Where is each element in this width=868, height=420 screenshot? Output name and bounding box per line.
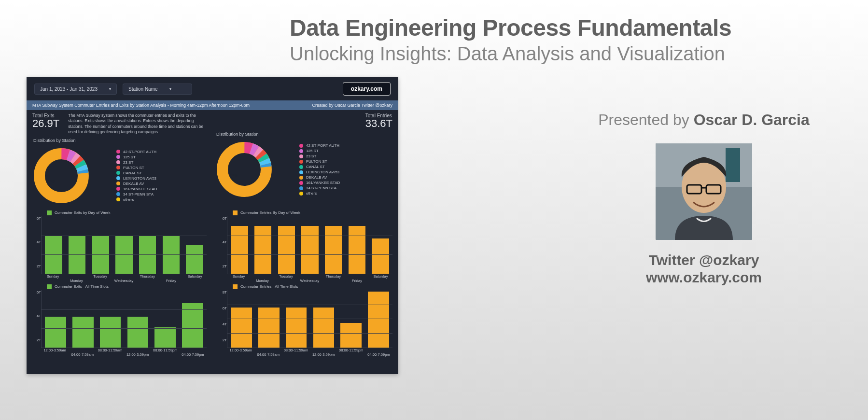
y-axis: 6T4T2T [32, 290, 41, 348]
legend-label: CANAL ST [306, 165, 325, 169]
x-tick: Friday [345, 279, 369, 283]
x-tick: 08:00-11:59pm [337, 348, 365, 352]
x-tick: 12:00-3:59pm [310, 352, 337, 357]
chart-entries-dow: Commuter Entries By Day of Week 6T4T2T S… [218, 210, 392, 279]
donut-center-label: 72% [46, 179, 55, 184]
bar [325, 226, 342, 274]
kpi-total-exits: Total Exits 26.9T [32, 113, 59, 129]
legend-item: 125 ST [299, 149, 340, 153]
legend-item: 34 ST-PENN STA [116, 192, 157, 196]
dashboard-panel: Jan 1, 2023 - Jan 31, 2023 ▾ Station Nam… [27, 77, 398, 374]
legend-label: 125 ST [306, 149, 319, 153]
legend-label: 125 ST [123, 155, 136, 159]
x-tick: Monday [65, 279, 88, 283]
x-tick: Thursday [136, 274, 159, 279]
banner-title: MTA Subway System Commuter Entries and E… [32, 103, 250, 108]
x-axis: SundayMondayTuesdayWednesdayThursdayFrid… [218, 274, 392, 279]
y-tick: 2T [223, 264, 227, 268]
bar [139, 236, 156, 274]
donut-chart-exits: 72% [32, 147, 90, 205]
x-tick: 04:00-7:59am [254, 352, 282, 357]
legend-item: DEKALB AV [299, 175, 340, 180]
legend-item: CANAL ST [116, 171, 157, 175]
chart-title: Commuter Exits by Day of Week [55, 210, 110, 215]
x-tick: Wednesday [298, 279, 322, 283]
presenter-photo [656, 143, 752, 240]
dashboard-body: Total Exits 26.9T The MTA Subway system … [27, 110, 398, 357]
bar [278, 226, 295, 274]
station-filter[interactable]: Station Name ▾ [123, 84, 192, 95]
legend-dot-icon [299, 149, 303, 153]
legend-exits: 42 ST-PORT AUTH125 ST23 STFULTON STCANAL… [97, 150, 157, 202]
banner-credit: Created by Oscar Garcia Twitter @ozkary [312, 103, 392, 108]
bar [45, 236, 62, 274]
legend-label: 161/YANKEE STAD [306, 181, 340, 185]
chart-exits-slot: Commuter Exits - All Time Slots 6T4T2T 1… [32, 283, 207, 352]
x-axis: 12:00-3:59am04:00-7:59am08:00-11:59am12:… [218, 348, 392, 352]
legend-swatch-icon [47, 210, 52, 215]
y-tick: 4T [37, 240, 41, 244]
plot-area [227, 290, 392, 348]
legend-label: DEKALB AV [306, 175, 327, 180]
x-tick: Sunday [41, 274, 65, 279]
y-tick: 6T [37, 290, 41, 294]
legend-label: LEXINGTON AV/53 [123, 176, 156, 181]
legend-dot-icon [299, 144, 303, 148]
donut-chart-entries: 72% [215, 140, 273, 198]
legend-item: 161/YANKEE STAD [299, 181, 340, 185]
legend-dot-icon [299, 170, 303, 174]
slide-title: Data Engineering Process Fundamentals [290, 14, 849, 41]
slide-titles: Data Engineering Process Fundamentals Un… [290, 14, 849, 65]
x-tick: 04:00-7:59pm [365, 352, 392, 357]
bar [115, 236, 133, 274]
bar [154, 327, 176, 348]
legend-label: LEXINGTON AV/53 [306, 170, 339, 174]
plot-area [41, 216, 207, 274]
legend-item: CANAL ST [299, 165, 340, 169]
x-tick: 04:00-7:59am [69, 352, 96, 357]
y-axis: 8T6T4T2T [218, 290, 227, 348]
bar [340, 323, 362, 348]
legend-label: 23 ST [306, 154, 316, 158]
chart-title: Commuter Entries - All Time Slots [240, 284, 298, 289]
brand-badge: ozkary.com [343, 82, 391, 96]
legend-swatch-icon [47, 284, 52, 289]
x-tick: Saturday [369, 274, 392, 279]
legend-dot-icon [299, 165, 303, 169]
bar [100, 317, 121, 348]
presenter-twitter: Twitter @ozkary [569, 252, 839, 268]
legend-dot-icon [116, 160, 120, 164]
bar [186, 245, 203, 274]
date-range-filter[interactable]: Jan 1, 2023 - Jan 31, 2023 ▾ [34, 84, 117, 95]
legend-dot-icon [299, 154, 303, 158]
x-tick: 08:00-11:59pm [152, 348, 179, 352]
station-filter-value: Station Name [128, 86, 158, 92]
x-tick: 12:00-3:59am [41, 348, 69, 352]
legend-label: others [306, 191, 317, 196]
presenter-block: Presented by Oscar D. Garcia Twitter @oz… [569, 111, 839, 287]
distribution-title-exits: Distribution by Station [33, 138, 210, 143]
x-tick: Sunday [227, 274, 251, 279]
x-axis: SundayMondayTuesdayWednesdayThursdayFrid… [32, 274, 207, 279]
chart-exits-dow: Commuter Exits by Day of Week 6T4T2T Sun… [32, 210, 207, 279]
legend-label: others [123, 197, 134, 202]
legend-dot-icon [116, 192, 120, 196]
legend-dot-icon [299, 186, 303, 190]
bar [231, 308, 252, 348]
y-tick: 2T [223, 338, 227, 342]
bar [372, 238, 389, 274]
svg-rect-2 [726, 148, 740, 182]
y-tick: 6T [223, 306, 227, 310]
y-tick: 2T [37, 264, 41, 268]
legend-swatch-icon [233, 210, 238, 215]
x-tick: Tuesday [88, 274, 112, 279]
legend-item: FULTON ST [116, 166, 157, 170]
legend-item: DEKALB AV [116, 182, 157, 186]
legend-label: 161/YANKEE STAD [123, 187, 157, 191]
legend-label: DEKALB AV [123, 182, 144, 186]
chart-title: Commuter Exits - All Time Slots [55, 284, 109, 289]
legend-item: 42 ST-PORT AUTH [116, 150, 157, 154]
x-tick: 12:00-3:59am [227, 348, 254, 352]
presented-by: Presented by Oscar D. Garcia [569, 111, 839, 129]
kpi-row: Total Exits 26.9T The MTA Subway system … [32, 113, 392, 206]
